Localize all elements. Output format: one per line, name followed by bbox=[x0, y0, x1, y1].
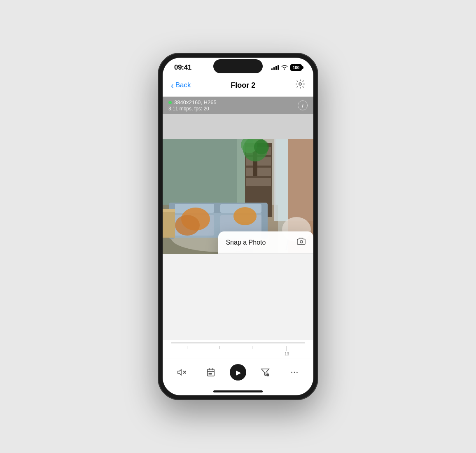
below-feed-area bbox=[163, 254, 313, 340]
svg-rect-7 bbox=[274, 139, 275, 221]
svg-point-27 bbox=[175, 215, 200, 236]
bottom-toolbar: ▶ bbox=[163, 359, 313, 387]
mute-button[interactable] bbox=[171, 366, 192, 378]
video-placeholder bbox=[163, 114, 313, 139]
nav-bar: ‹ Back Floor 2 bbox=[163, 75, 313, 97]
settings-button[interactable] bbox=[295, 79, 305, 91]
svg-rect-29 bbox=[163, 209, 175, 238]
svg-point-17 bbox=[254, 140, 269, 154]
timeline-area: 13 bbox=[163, 340, 313, 359]
menu-item-snap-photo[interactable]: Snap a Photo bbox=[218, 231, 313, 254]
stream-resolution: 3840x2160, H265 bbox=[168, 99, 217, 105]
svg-point-34 bbox=[300, 241, 303, 243]
context-menu: Snap a Photo bbox=[218, 231, 313, 254]
snap-photo-label: Snap a Photo bbox=[226, 239, 266, 246]
page-title: Floor 2 bbox=[231, 81, 255, 90]
more-button[interactable] bbox=[284, 366, 305, 378]
calendar-button[interactable] bbox=[201, 366, 221, 378]
timeline-bar[interactable] bbox=[171, 342, 305, 343]
timeline-label: 13 bbox=[285, 352, 289, 356]
svg-rect-30 bbox=[163, 209, 175, 212]
phone-frame: 09:41 bbox=[158, 53, 318, 400]
svg-rect-12 bbox=[246, 168, 271, 176]
stream-info-bar: 3840x2160, H265 3.11 mbps, fps: 20 i bbox=[163, 97, 313, 114]
svg-point-53 bbox=[296, 372, 298, 373]
home-bar bbox=[213, 390, 263, 392]
menu-item-snap-left: Snap a Photo bbox=[226, 239, 266, 246]
play-button[interactable]: ▶ bbox=[230, 364, 246, 381]
camera-feed: Snap a Photo bbox=[163, 139, 313, 254]
svg-rect-13 bbox=[246, 178, 271, 186]
main-content: 3840x2160, H265 3.11 mbps, fps: 20 i bbox=[163, 97, 313, 340]
svg-marker-38 bbox=[177, 370, 181, 375]
camera-feed-container: Snap a Photo bbox=[163, 139, 313, 254]
chevron-left-icon: ‹ bbox=[171, 81, 174, 90]
status-icons: 100 bbox=[271, 64, 302, 71]
wifi-icon bbox=[281, 64, 288, 71]
svg-point-52 bbox=[294, 372, 295, 373]
dynamic-island bbox=[213, 59, 263, 73]
camera-icon bbox=[297, 238, 306, 247]
stream-info-left: 3840x2160, H265 3.11 mbps, fps: 20 bbox=[168, 99, 217, 112]
play-icon: ▶ bbox=[236, 369, 241, 376]
signal-bars-icon bbox=[271, 65, 279, 70]
svg-rect-46 bbox=[210, 373, 212, 374]
menu-item-spotlight[interactable]: › Spotlight Objects bbox=[218, 254, 313, 254]
svg-rect-45 bbox=[209, 373, 210, 374]
stream-active-dot bbox=[168, 101, 172, 104]
battery-icon: 100 bbox=[290, 64, 302, 71]
svg-rect-41 bbox=[208, 369, 215, 376]
filter-toolbar-button[interactable] bbox=[255, 366, 275, 378]
back-label: Back bbox=[175, 81, 191, 89]
home-indicator bbox=[163, 387, 313, 395]
svg-point-0 bbox=[299, 83, 301, 85]
stream-bitrate: 3.11 mbps, fps: 20 bbox=[168, 106, 217, 112]
svg-point-28 bbox=[233, 207, 257, 225]
status-time: 09:41 bbox=[174, 63, 191, 72]
timeline-ticks: 13 bbox=[171, 345, 305, 356]
svg-point-51 bbox=[292, 372, 293, 373]
info-button[interactable]: i bbox=[298, 100, 308, 110]
back-button[interactable]: ‹ Back bbox=[171, 81, 191, 90]
